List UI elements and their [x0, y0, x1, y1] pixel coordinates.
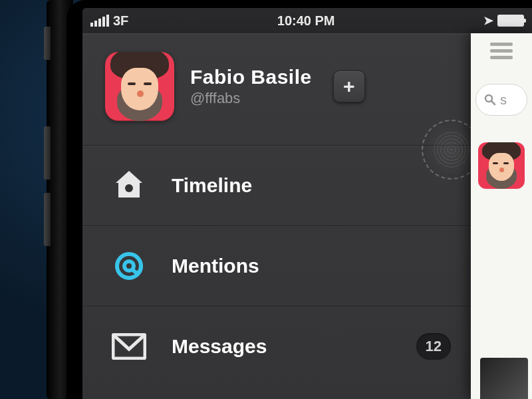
clock: 10:40 PM [277, 13, 335, 29]
main-panel-sliver[interactable]: s [471, 33, 532, 399]
location-icon: ➤ [483, 13, 493, 28]
profile-header[interactable]: Fabio Basile @fffabs + [82, 33, 471, 145]
screen: 3F 10:40 PM ➤ Fabio Basile @fffa [82, 8, 532, 399]
profile-handle: @fffabs [190, 90, 312, 107]
feed-avatar[interactable] [478, 142, 525, 189]
at-icon [110, 247, 148, 285]
envelope-icon [110, 328, 148, 365]
search-input[interactable]: s [475, 84, 527, 116]
signal-icon [90, 15, 109, 27]
menu-item-messages[interactable]: Messages 12 [82, 306, 471, 386]
menu-label: Mentions [172, 255, 259, 277]
phone-side-button [44, 27, 51, 60]
svg-line-5 [491, 101, 495, 104]
plus-icon: + [343, 75, 355, 98]
phone-volume-down [44, 193, 51, 246]
svg-point-0 [125, 184, 133, 192]
carrier-label: 3F [113, 13, 128, 29]
profile-name: Fabio Basile [190, 66, 312, 88]
birdhouse-icon [110, 167, 148, 204]
menu-item-mentions[interactable]: Mentions [82, 225, 471, 306]
svg-point-2 [124, 261, 134, 271]
menu-label: Messages [172, 335, 267, 358]
status-bar: 3F 10:40 PM ➤ [82, 8, 532, 33]
hamburger-icon[interactable] [490, 43, 513, 63]
compose-button[interactable]: + [333, 70, 365, 102]
phone-volume-up [44, 126, 51, 180]
phone-frame: 3F 10:40 PM ➤ Fabio Basile @fffa [66, 0, 532, 399]
navigation-drawer: Fabio Basile @fffabs + Tim [82, 33, 471, 399]
avatar[interactable] [105, 52, 174, 121]
menu-label: Timeline [172, 174, 252, 197]
unread-badge: 12 [416, 333, 451, 360]
search-placeholder: s [500, 92, 507, 108]
battery-icon [497, 15, 524, 27]
search-icon [484, 94, 496, 106]
feed-photo[interactable] [480, 358, 528, 399]
menu-item-timeline[interactable]: Timeline [82, 145, 471, 225]
